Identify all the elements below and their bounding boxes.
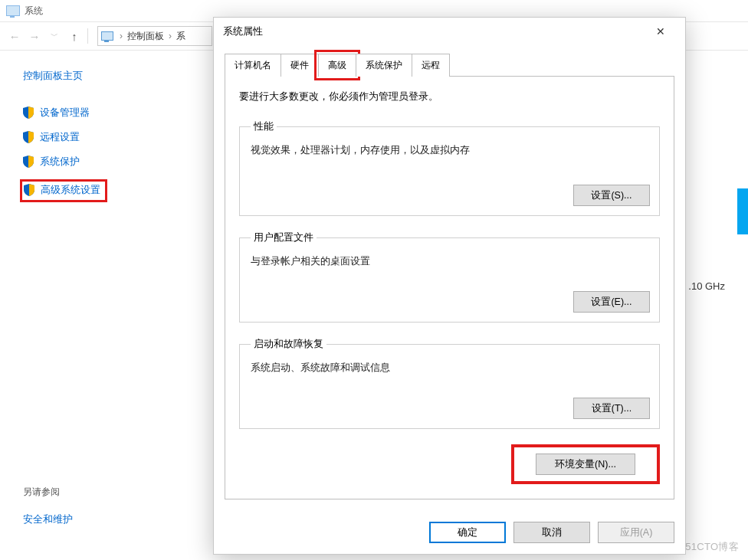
apply-button[interactable]: 应用(A) [598, 522, 674, 543]
tab-strip: 计算机名 硬件 高级 系统保护 远程 [225, 53, 674, 77]
group-description: 系统启动、系统故障和调试信息 [251, 362, 650, 375]
env-var-row: 环境变量(N)... [239, 444, 660, 484]
dialog-footer: 确定 取消 应用(A) [214, 513, 685, 554]
breadcrumb-root[interactable]: 控制面板 [127, 30, 164, 43]
button-label: 确定 [458, 527, 477, 538]
sidebar-item-advanced-settings[interactable]: 高级系统设置 [24, 183, 100, 197]
shield-icon [24, 184, 34, 196]
system-properties-dialog: 系统属性 ✕ 计算机名 硬件 高级 系统保护 远程 要进行大多数更改，你必须作为… [213, 17, 686, 555]
startup-settings-button[interactable]: 设置(T)... [573, 398, 650, 419]
group-performance: 性能 视觉效果，处理器计划，内存使用，以及虚拟内存 设置(S)... [239, 120, 660, 216]
breadcrumb-leaf[interactable]: 系 [176, 30, 185, 43]
monitor-icon [6, 5, 20, 16]
button-label: 设置(S)... [591, 190, 632, 201]
shield-icon [23, 106, 34, 119]
button-label: 环境变量(N)... [555, 459, 616, 470]
environment-variables-button[interactable]: 环境变量(N)... [536, 454, 635, 475]
button-label: 取消 [542, 527, 562, 538]
tab-label: 高级 [328, 60, 346, 70]
window-title: 系统 [25, 5, 43, 18]
chevron-right-icon: › [120, 31, 123, 41]
shield-icon [23, 131, 34, 143]
button-label: 设置(T)... [592, 403, 632, 414]
tab-label: 远程 [422, 60, 440, 70]
profiles-settings-button[interactable]: 设置(E)... [573, 291, 650, 313]
sidebar-home-link[interactable]: 控制面板主页 [23, 69, 230, 83]
group-description: 与登录帐户相关的桌面设置 [251, 255, 650, 268]
address-bar[interactable]: › 控制面板 › 系 [97, 26, 212, 46]
sidebar-item-label: 系统保护 [40, 155, 80, 169]
button-label: 应用(A) [620, 527, 653, 538]
tab-advanced[interactable]: 高级 [318, 54, 356, 77]
sidebar-item-label: 高级系统设置 [41, 183, 100, 197]
sidebar-footer: 另请参阅 安全和维护 [23, 486, 73, 537]
tab-system-protection[interactable]: 系统保护 [356, 54, 412, 77]
recent-dropdown-icon[interactable]: ﹀ [44, 26, 64, 46]
tab-hardware[interactable]: 硬件 [280, 54, 319, 77]
highlight-advanced-settings: 高级系统设置 [20, 179, 107, 202]
button-label: 设置(E)... [591, 296, 632, 307]
group-title: 启动和故障恢复 [251, 338, 326, 351]
highlight-env-button: 环境变量(N)... [511, 444, 660, 484]
tab-label: 计算机名 [235, 60, 271, 70]
monitor-icon [101, 31, 113, 41]
group-title: 性能 [251, 120, 277, 133]
tab-panel-advanced: 要进行大多数更改，你必须作为管理员登录。 性能 视觉效果，处理器计划，内存使用，… [225, 77, 674, 499]
windows-logo-fragment [737, 188, 748, 234]
shield-icon [23, 156, 34, 168]
sidebar-home-label: 控制面板主页 [23, 69, 83, 83]
tab-remote[interactable]: 远程 [412, 54, 450, 77]
toolbar-divider [87, 28, 88, 44]
security-maintenance-label: 安全和维护 [23, 513, 73, 526]
close-icon: ✕ [656, 25, 665, 38]
group-startup-recovery: 启动和故障恢复 系统启动、系统故障和调试信息 设置(T)... [239, 338, 660, 429]
see-also-label: 另请参阅 [23, 486, 73, 499]
cancel-button[interactable]: 取消 [513, 522, 590, 543]
sidebar-item-remote-settings[interactable]: 远程设置 [23, 130, 230, 144]
back-button[interactable]: ← [5, 26, 25, 46]
tab-label: 硬件 [290, 60, 309, 70]
sidebar-item-device-manager[interactable]: 设备管理器 [23, 106, 230, 120]
close-button[interactable]: ✕ [645, 21, 676, 42]
group-title: 用户配置文件 [251, 231, 317, 244]
sidebar-item-system-protection[interactable]: 系统保护 [23, 155, 230, 169]
tab-computer-name[interactable]: 计算机名 [225, 54, 281, 77]
up-button[interactable]: ↑ [64, 26, 84, 46]
group-description: 视觉效果，处理器计划，内存使用，以及虚拟内存 [251, 144, 650, 157]
sidebar: 控制面板主页 设备管理器 远程设置 系统保护 [0, 51, 230, 560]
cpu-speed-fragment: .10 GHz [688, 280, 725, 292]
tab-label: 系统保护 [366, 60, 402, 70]
forward-button[interactable]: → [25, 26, 44, 46]
sidebar-item-label: 远程设置 [40, 130, 80, 144]
group-user-profiles: 用户配置文件 与登录帐户相关的桌面设置 设置(E)... [239, 231, 660, 323]
sidebar-item-label: 设备管理器 [40, 106, 90, 120]
ok-button[interactable]: 确定 [429, 522, 506, 543]
dialog-titlebar: 系统属性 ✕ [214, 18, 685, 45]
admin-required-notice: 要进行大多数更改，你必须作为管理员登录。 [239, 90, 660, 103]
security-maintenance-link[interactable]: 安全和维护 [23, 513, 73, 526]
dialog-title: 系统属性 [223, 25, 263, 38]
chevron-right-icon: › [169, 31, 172, 41]
performance-settings-button[interactable]: 设置(S)... [573, 185, 650, 206]
